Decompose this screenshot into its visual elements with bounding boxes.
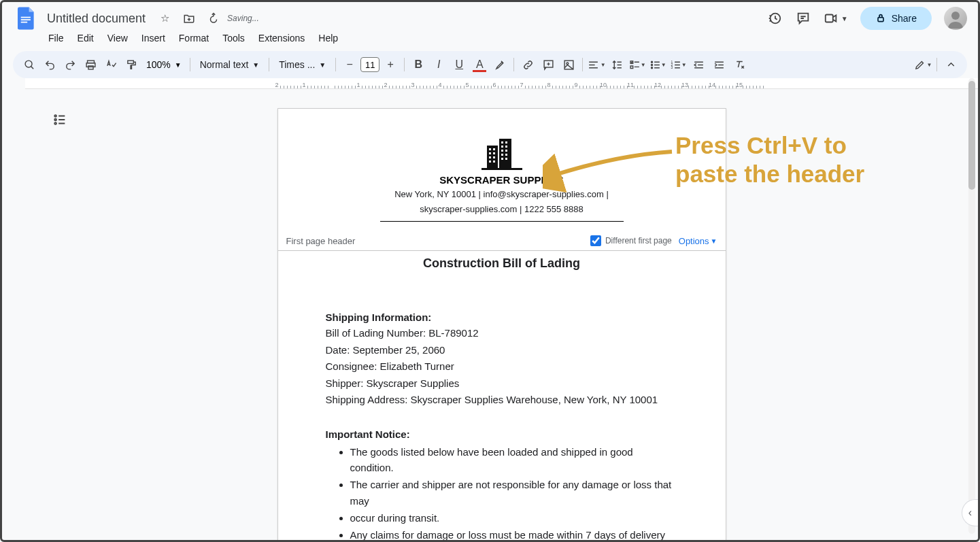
svg-rect-40	[501, 150, 503, 152]
menu-format[interactable]: Format	[173, 30, 214, 46]
buildings-icon	[481, 136, 522, 170]
align-icon[interactable]: ▼	[587, 55, 606, 74]
document-body[interactable]: Construction Bill of Lading Shipping Inf…	[278, 251, 726, 540]
svg-rect-2	[21, 22, 27, 23]
highlight-icon[interactable]	[490, 55, 509, 74]
italic-icon[interactable]: I	[429, 55, 448, 74]
print-icon[interactable]	[81, 55, 100, 74]
list-item: The carrier and shipper are not responsi…	[350, 477, 678, 509]
svg-rect-43	[505, 154, 507, 156]
insert-image-icon[interactable]	[559, 55, 578, 74]
svg-point-18	[651, 67, 652, 68]
zoom-select[interactable]: 100%▼	[142, 56, 186, 73]
paint-format-icon[interactable]	[122, 55, 141, 74]
header-zone[interactable]: SKYSCRAPER SUPPLIES New York, NY 10001 |…	[278, 109, 726, 251]
menu-file[interactable]: File	[43, 30, 69, 46]
scrollbar[interactable]	[968, 78, 975, 534]
link-icon[interactable]	[518, 55, 537, 74]
list-item: The goods listed below have been loaded …	[350, 444, 678, 476]
horizontal-ruler[interactable]: 21123456789101112131415	[25, 78, 978, 89]
svg-rect-30	[489, 152, 491, 154]
paragraph-style-select[interactable]: Normal text▼	[195, 56, 265, 73]
different-first-page-check[interactable]: Different first page	[590, 235, 672, 246]
menu-edit[interactable]: Edit	[72, 30, 99, 46]
increase-font-icon[interactable]: +	[381, 55, 400, 74]
svg-rect-41	[505, 150, 507, 152]
svg-rect-27	[481, 168, 522, 170]
spellcheck-icon[interactable]	[101, 55, 120, 74]
svg-point-7	[25, 61, 32, 67]
svg-point-6	[951, 12, 960, 20]
svg-rect-32	[489, 156, 491, 158]
search-icon[interactable]	[20, 55, 39, 74]
toolbar: 100%▼ Normal text▼ Times ...▼ − + B I U …	[13, 51, 967, 78]
numbered-list-icon[interactable]: 123▼	[669, 55, 688, 74]
meet-button[interactable]: ▼	[824, 11, 848, 26]
body-line: Date: September 25, 2060	[326, 343, 678, 358]
body-line: Shipping Address: Skyscraper Supplies Wa…	[326, 392, 678, 408]
font-size-input[interactable]	[360, 57, 379, 72]
menu-tools[interactable]: Tools	[217, 30, 250, 46]
svg-point-22	[54, 115, 56, 117]
company-name: SKYSCRAPER SUPPLIES	[326, 174, 678, 186]
line-spacing-icon[interactable]	[607, 55, 626, 74]
menu-help[interactable]: Help	[313, 30, 343, 46]
move-icon[interactable]	[181, 10, 197, 27]
saving-status: Saving...	[227, 14, 259, 23]
comments-icon[interactable]	[795, 10, 811, 27]
svg-rect-38	[501, 146, 503, 148]
header-divider	[380, 221, 624, 222]
annotation-text: Press Ctrl+V to paste the header	[675, 131, 864, 188]
docs-logo[interactable]	[13, 5, 40, 32]
vertical-ruler	[14, 78, 25, 540]
document-page[interactable]: SKYSCRAPER SUPPLIES New York, NY 10001 |…	[277, 108, 726, 540]
decrease-indent-icon[interactable]	[689, 55, 708, 74]
text-color-icon[interactable]: A	[470, 55, 489, 74]
checklist-icon[interactable]: ▼	[628, 55, 647, 74]
menu-extensions[interactable]: Extensions	[253, 30, 310, 46]
body-line: Shipper: Skyscraper Supplies	[326, 376, 678, 392]
font-select[interactable]: Times ...▼	[273, 56, 331, 73]
svg-rect-31	[493, 152, 495, 154]
clear-format-icon[interactable]	[730, 55, 749, 74]
share-button[interactable]: Share	[860, 7, 932, 30]
outline-toggle-icon[interactable]	[52, 112, 69, 129]
menubar: File Edit View Insert Format Tools Exten…	[2, 29, 978, 51]
collapse-toolbar-icon[interactable]	[941, 55, 960, 74]
star-icon[interactable]: ☆	[156, 10, 173, 27]
svg-text:3: 3	[671, 66, 673, 69]
svg-rect-36	[501, 141, 503, 143]
cloud-status-icon[interactable]	[205, 10, 222, 27]
section-notice: Important Notice:	[326, 428, 678, 440]
svg-point-17	[651, 64, 652, 65]
svg-point-16	[651, 61, 652, 63]
decrease-font-icon[interactable]: −	[340, 55, 359, 74]
increase-indent-icon[interactable]	[709, 55, 728, 74]
svg-rect-42	[501, 154, 503, 156]
svg-rect-45	[505, 158, 507, 160]
add-comment-icon[interactable]	[539, 55, 558, 74]
redo-icon[interactable]	[61, 55, 80, 74]
menu-insert[interactable]: Insert	[136, 30, 171, 46]
svg-point-23	[54, 119, 56, 121]
undo-icon[interactable]	[40, 55, 59, 74]
svg-rect-11	[127, 61, 133, 63]
document-title[interactable]: Untitled document	[43, 10, 150, 27]
menu-view[interactable]: View	[102, 30, 133, 46]
svg-rect-28	[489, 148, 491, 150]
header-options-link[interactable]: Options ▼	[679, 236, 717, 246]
svg-rect-37	[505, 141, 507, 143]
underline-icon[interactable]: U	[450, 55, 469, 74]
history-icon[interactable]	[766, 10, 783, 27]
svg-rect-29	[493, 148, 495, 150]
header-bar-label: First page header	[286, 236, 356, 246]
svg-rect-34	[489, 160, 491, 163]
bold-icon[interactable]: B	[409, 55, 428, 74]
avatar[interactable]	[944, 7, 967, 30]
body-line: Bill of Lading Number: BL-789012	[326, 326, 678, 341]
editing-mode-icon[interactable]: ▼	[913, 55, 932, 74]
list-item: Any claims for damage or loss must be ma…	[350, 527, 678, 540]
titlebar: Untitled document ☆ Saving... ▼ Share	[2, 2, 978, 29]
company-info-1: New York, NY 10001 | info@skyscraper-sup…	[326, 188, 678, 201]
bullet-list-icon[interactable]: ▼	[648, 55, 667, 74]
